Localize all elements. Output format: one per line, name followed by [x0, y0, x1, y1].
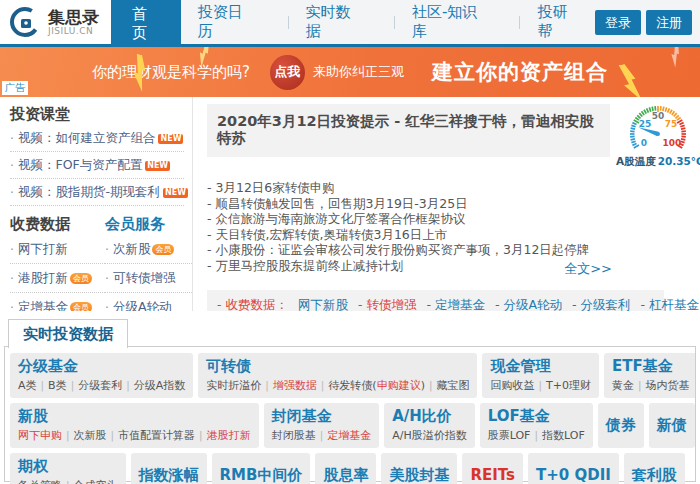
logo-text: 集思录 JISILU.CN [48, 9, 99, 36]
data-card[interactable]: RMB中间价 [212, 453, 311, 484]
card-title[interactable]: 套利股 [632, 466, 677, 484]
login-button[interactable]: 登录 [595, 10, 641, 35]
daily-headline[interactable]: 2020年3月12日投资提示 - 红华三祥搜于特，雷迪相安股特苏 [207, 104, 610, 157]
course-item[interactable]: ·视频：如何建立资产组合NEW [10, 125, 184, 152]
data-card[interactable]: 分级基金A类|B类|分级套利|分级A指数 [10, 353, 193, 398]
card-link[interactable]: A/H股溢价指数 [392, 429, 467, 442]
card-link[interactable]: A类 [18, 379, 37, 392]
course-heading: 投资课堂 [10, 105, 184, 124]
card-link[interactable]: 待发转债( [328, 379, 376, 392]
news-item[interactable]: - 小康股份：证监会审核公司发行股份购买资产事项，3月12日起停牌 [207, 242, 700, 258]
news-item[interactable]: - 3月12日6家转债申购 [207, 180, 700, 196]
paid-item[interactable]: ·港股打新会员 [10, 264, 105, 293]
nav-item[interactable]: 投研帮 [502, 0, 595, 44]
quick-link[interactable]: - 收费数据： [217, 297, 288, 311]
card-link[interactable]: 分级A指数 [134, 379, 186, 392]
card-link[interactable]: 增强数据 [273, 379, 317, 392]
nav-item[interactable]: 社区-知识库 [377, 0, 502, 44]
click-me-button[interactable]: 点我 [270, 55, 305, 90]
card-title[interactable]: 期权 [18, 457, 118, 476]
card-link[interactable]: 申购建议 [377, 379, 421, 392]
full-text-link[interactable]: 全文>> [564, 261, 612, 276]
data-card[interactable]: 套利股 [624, 453, 685, 484]
vip-service-link[interactable]: 会员服务 [105, 215, 184, 234]
quick-link[interactable]: - 分级套利 [572, 297, 630, 311]
data-card[interactable]: 期权备兑策略|合成空头 [10, 453, 126, 484]
data-card[interactable]: 现金管理回购收益|T+0理财 [482, 353, 598, 398]
header: 集思录 JISILU.CN 首页投资日历实时数据社区-知识库投研帮 登录 注册 [0, 0, 700, 47]
ad-banner[interactable]: 你的理财观是科学的吗? 点我 来助你纠正三观 建立你的资产组合 广告 [0, 47, 700, 97]
card-title[interactable]: 债券 [606, 416, 636, 435]
data-card[interactable]: 新股网下申购|次新股|市值配置计算器|港股打新 [10, 403, 259, 448]
banner-slogan: 建立你的资产组合 [432, 58, 608, 86]
card-title[interactable]: A/H比价 [392, 407, 467, 426]
card-title[interactable]: 新债 [657, 416, 687, 435]
card-link[interactable]: 备兑策略 [18, 479, 62, 484]
data-card[interactable]: REITs [462, 453, 523, 484]
data-card[interactable]: 美股封基 [381, 453, 457, 484]
data-card[interactable]: 可转债实时折溢价|增强数据|待发转债(申购建议)|藏宝图 [198, 353, 477, 398]
card-link[interactable]: 定增基金 [327, 429, 371, 442]
news-item[interactable]: - 顺昌转债触发回售，回售期3月19日-3月25日 [207, 196, 700, 212]
card-link[interactable]: 黄金 [612, 379, 634, 392]
card-title[interactable]: RMB中间价 [220, 466, 303, 484]
card-title[interactable]: ETF基金 [612, 357, 690, 376]
card-link[interactable]: 回购收益 [490, 379, 534, 392]
card-link[interactable]: 场内货基 [646, 379, 690, 392]
data-card[interactable]: ETF基金黄金|场内货基 [604, 353, 695, 398]
data-card[interactable]: A/H比价A/H股溢价指数 [384, 403, 475, 448]
data-card[interactable]: 股息率 [315, 453, 376, 484]
quick-link[interactable]: 网下新股 [298, 297, 348, 311]
card-link[interactable]: ) [421, 379, 425, 392]
quick-link[interactable]: - 杠杆基金 [640, 297, 698, 311]
paid-item[interactable]: ·分级A轮动 [105, 293, 193, 311]
card-title[interactable]: REITs [470, 466, 515, 484]
paid-item[interactable]: ·次新股会员 [105, 235, 193, 264]
card-link[interactable]: 实时折溢价 [206, 379, 261, 392]
paid-item[interactable]: ·可转债增强 [105, 264, 193, 293]
card-link[interactable]: 合成空头 [74, 479, 118, 484]
nav-item[interactable]: 投资日历 [181, 0, 271, 44]
card-title[interactable]: 指数涨幅 [139, 466, 199, 484]
data-card[interactable]: LOF基金股票LOF|指数LOF [480, 403, 593, 448]
card-link[interactable]: 市值配置计算器 [118, 429, 195, 442]
data-card[interactable]: 指数涨幅 [131, 453, 207, 484]
card-link[interactable]: 封闭股基 [272, 429, 316, 442]
card-title[interactable]: 新股 [18, 407, 251, 426]
card-link[interactable]: 藏宝图 [436, 379, 469, 392]
data-card[interactable]: 封闭基金封闭股基|定增基金 [264, 403, 380, 448]
card-title[interactable]: 封闭基金 [272, 407, 372, 426]
data-card[interactable]: 债券 [598, 403, 644, 448]
register-button[interactable]: 注册 [646, 10, 692, 35]
quick-link[interactable]: - 定增基金 [426, 297, 484, 311]
site-logo[interactable]: 集思录 JISILU.CN [0, 0, 111, 44]
card-title[interactable]: 现金管理 [490, 357, 590, 376]
card-link[interactable]: 次新股 [74, 429, 107, 442]
card-title[interactable]: 分级基金 [18, 357, 185, 376]
card-title[interactable]: 可转债 [206, 357, 469, 376]
paid-item[interactable]: ·网下打新 [10, 235, 105, 264]
nav-item[interactable]: 首页 [111, 0, 181, 47]
card-title[interactable]: 美股封基 [389, 466, 449, 484]
card-link[interactable]: 指数LOF [542, 429, 585, 442]
course-item[interactable]: ·视频：股指期货-期现套利NEW [10, 179, 184, 206]
card-link[interactable]: 股票LOF [488, 429, 531, 442]
tab-realtime-data[interactable]: 实时投资数据 [8, 319, 128, 348]
news-item[interactable]: - 众信旅游与海南旅游文化厅签署合作框架协议 [207, 211, 700, 227]
card-title[interactable]: 股息率 [323, 466, 368, 484]
card-link[interactable]: 分级套利 [78, 379, 122, 392]
card-link[interactable]: B类 [48, 379, 67, 392]
course-item[interactable]: ·视频：FOF与资产配置NEW [10, 152, 184, 179]
card-title[interactable]: LOF基金 [488, 407, 585, 426]
card-link[interactable]: 港股打新 [207, 429, 251, 442]
nav-item[interactable]: 实时数据 [271, 0, 377, 44]
card-link[interactable]: T+0理财 [546, 379, 591, 392]
news-item[interactable]: - 天目转债,宏辉转债,奥瑞转债3月16日上市 [207, 227, 700, 243]
quick-link[interactable]: - 分级A轮动 [495, 297, 562, 311]
card-link[interactable]: 网下申购 [18, 429, 62, 442]
paid-item[interactable]: ·定增基金会员 [10, 293, 105, 311]
data-card[interactable]: 新债 [649, 403, 695, 448]
data-card[interactable]: T+0 QDII [528, 453, 619, 484]
card-title[interactable]: T+0 QDII [536, 466, 611, 484]
quick-link[interactable]: - 转债增强 [358, 297, 416, 311]
